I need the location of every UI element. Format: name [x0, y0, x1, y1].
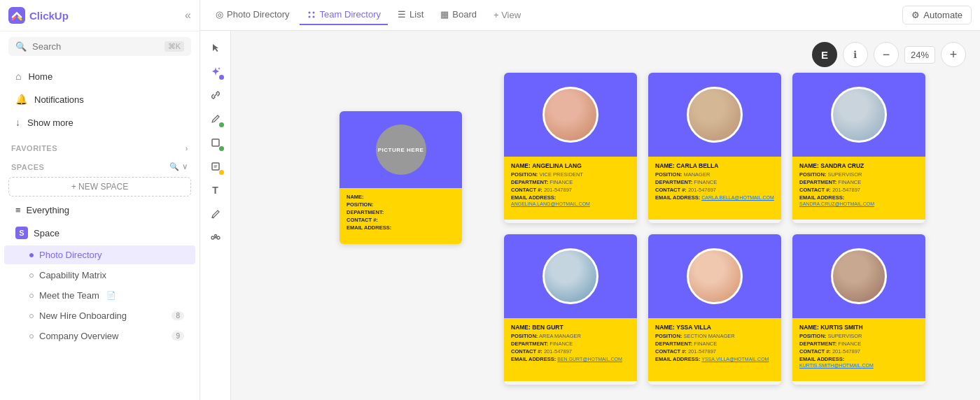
sidebar-item-everything[interactable]: ≡ Everything: [4, 200, 195, 220]
svg-point-1: [312, 12, 314, 14]
sidebar-header: ClickUp «: [0, 0, 200, 31]
template-position-field: POSITION:: [346, 201, 455, 208]
person-avatar: [542, 87, 598, 143]
person-department: DEPARTMENT: FINANCE: [511, 341, 630, 347]
svg-point-8: [214, 235, 216, 237]
sidebar-item-capability-matrix[interactable]: Capability Matrix: [4, 266, 195, 285]
template-card-bottom: NAME: POSITION: DEPARTMENT: CONTACT #: E…: [340, 188, 462, 244]
new-space-button[interactable]: + NEW SPACE: [8, 177, 191, 197]
everything-icon: ≡: [15, 205, 21, 215]
add-view-button[interactable]: + View: [486, 6, 528, 24]
collapse-button[interactable]: «: [185, 9, 191, 22]
person-department: DEPARTMENT: FINANCE: [799, 179, 918, 185]
tool-magic[interactable]: [204, 60, 227, 83]
tool-brush[interactable]: [204, 203, 227, 225]
note-dot: [219, 170, 224, 175]
person-name: NAME: ANGELINA LANG: [511, 162, 630, 169]
tab-photo-directory[interactable]: ◎ Photo Directory: [209, 5, 297, 25]
person-avatar: [687, 87, 743, 143]
sidebar-item-notifications-label: Notifications: [34, 94, 84, 105]
spaces-actions[interactable]: 🔍 ∨: [169, 162, 188, 171]
person-contact: CONTACT #: 201-547897: [511, 348, 630, 355]
sidebar: ClickUp « 🔍 ⌘K ⌂ Home 🔔 Notifications ↓ …: [0, 0, 200, 400]
logo[interactable]: ClickUp: [8, 7, 69, 24]
person-name: NAME: YSSA VILLA: [655, 324, 774, 331]
template-card: PICTURE HERE NAME: POSITION: DEPARTMENT:…: [340, 111, 462, 244]
svg-rect-4: [212, 139, 219, 146]
person-position: POSITION: SUPERVISOR: [799, 171, 918, 178]
person-department: DEPARTMENT: FINANCE: [799, 341, 918, 347]
person-contact: CONTACT #: 201-547897: [799, 187, 918, 193]
person-email: EMAIL ADDRESS: sandra.cruz@hotmail.com: [799, 194, 918, 207]
person-card-sandra-cruz: NAME: SANDRA CRUZ POSITION: SUPERVISOR D…: [792, 73, 925, 223]
tool-connect[interactable]: [204, 227, 227, 249]
automate-button[interactable]: ⚙ Automate: [902, 6, 972, 24]
capability-matrix-dot: [29, 273, 34, 278]
template-contact-field: CONTACT #:: [346, 217, 455, 223]
sidebar-item-photo-directory[interactable]: Photo Directory: [4, 245, 195, 264]
tool-note[interactable]: [204, 155, 227, 178]
tab-board[interactable]: ▦ Board: [433, 5, 484, 25]
zoom-out-button[interactable]: −: [874, 42, 899, 67]
sidebar-nav: ⌂ Home 🔔 Notifications ↓ Show more: [0, 62, 200, 137]
sidebar-item-space[interactable]: S Space: [4, 222, 195, 244]
person-contact: CONTACT #: 201-547697: [655, 187, 774, 193]
template-email-field: EMAIL ADDRESS:: [346, 224, 455, 231]
photo-directory-dot: [29, 253, 34, 257]
space-badge: S: [15, 227, 28, 239]
main-content: ◎ Photo Directory Team Directory ☰ List …: [200, 0, 980, 400]
favorites-actions[interactable]: ›: [186, 144, 188, 152]
person-card-bottom: NAME: ANGELINA LANG POSITION: VICE PRESI…: [504, 157, 637, 220]
tab-list[interactable]: ☰ List: [391, 5, 430, 25]
sidebar-item-show-more[interactable]: ↓ Show more: [4, 111, 195, 134]
canvas-controls: E ℹ − 24% +: [812, 42, 966, 67]
person-card-kurtis-smith: NAME: KURTIS SMITH POSITION: SUPERVISOR …: [792, 234, 925, 385]
sidebar-item-meet-the-team[interactable]: Meet the Team 📄: [4, 286, 195, 305]
tool-pen[interactable]: [204, 108, 227, 130]
whiteboard[interactable]: E ℹ − 24% + PICTURE HERE NAME: POSITION:…: [231, 31, 980, 400]
template-department-field: DEPARTMENT:: [346, 209, 455, 215]
search-input[interactable]: [32, 41, 159, 52]
person-avatar: [831, 248, 887, 304]
sidebar-item-company-overview[interactable]: Company Overview 9: [4, 327, 195, 345]
search-icon: 🔍: [15, 41, 27, 52]
person-avatar: [687, 248, 743, 304]
sidebar-item-new-hire-onboarding[interactable]: New Hire Onboarding 8: [4, 306, 195, 325]
everything-label: Everything: [27, 205, 69, 215]
company-overview-count: 9: [172, 331, 184, 341]
tab-team-directory[interactable]: Team Directory: [300, 5, 388, 26]
user-avatar-button[interactable]: E: [812, 42, 837, 67]
tool-link[interactable]: [204, 84, 227, 106]
bell-icon: 🔔: [15, 94, 27, 105]
canvas-area: T E ℹ: [200, 31, 980, 400]
template-card-top: PICTURE HERE: [340, 111, 462, 188]
person-contact: CONTACT #: 201-547897: [655, 348, 774, 355]
person-card-top: [648, 234, 781, 318]
new-hire-dot: [29, 314, 34, 318]
person-email: EMAIL ADDRESS: yssa.villa@hotmail.com: [655, 356, 774, 362]
person-position: POSITION: VICE PRESIDENT: [511, 171, 630, 178]
info-button[interactable]: ℹ: [843, 42, 868, 67]
svg-point-2: [308, 16, 310, 18]
app-name: ClickUp: [29, 10, 69, 22]
person-card-top: [504, 73, 637, 157]
search-bar[interactable]: 🔍 ⌘K: [8, 37, 191, 56]
tool-shape[interactable]: [204, 131, 227, 154]
tab-bar: ◎ Photo Directory Team Directory ☰ List …: [200, 0, 980, 31]
automate-icon: ⚙: [911, 10, 920, 20]
person-card-ben-gurt: NAME: BEN GURT POSITION: AREA MANAGER DE…: [504, 234, 637, 385]
people-cards-grid: NAME: ANGELINA LANG POSITION: VICE PRESI…: [504, 73, 925, 385]
zoom-in-button[interactable]: +: [941, 42, 966, 67]
company-overview-dot: [29, 334, 34, 338]
tool-text[interactable]: T: [204, 179, 227, 201]
photo-directory-tab-icon: ◎: [216, 9, 223, 20]
sidebar-item-notifications[interactable]: 🔔 Notifications: [4, 88, 195, 110]
person-position: POSITION: MANAGER: [655, 171, 774, 178]
template-picture-placeholder: PICTURE HERE: [376, 124, 426, 175]
person-avatar: [542, 248, 598, 304]
sidebar-item-home[interactable]: ⌂ Home: [4, 65, 195, 87]
team-directory-tab-icon: [307, 9, 316, 20]
space-label: Space: [34, 228, 59, 238]
tool-select[interactable]: [204, 36, 227, 59]
meet-the-team-label: Meet the Team: [39, 290, 99, 301]
